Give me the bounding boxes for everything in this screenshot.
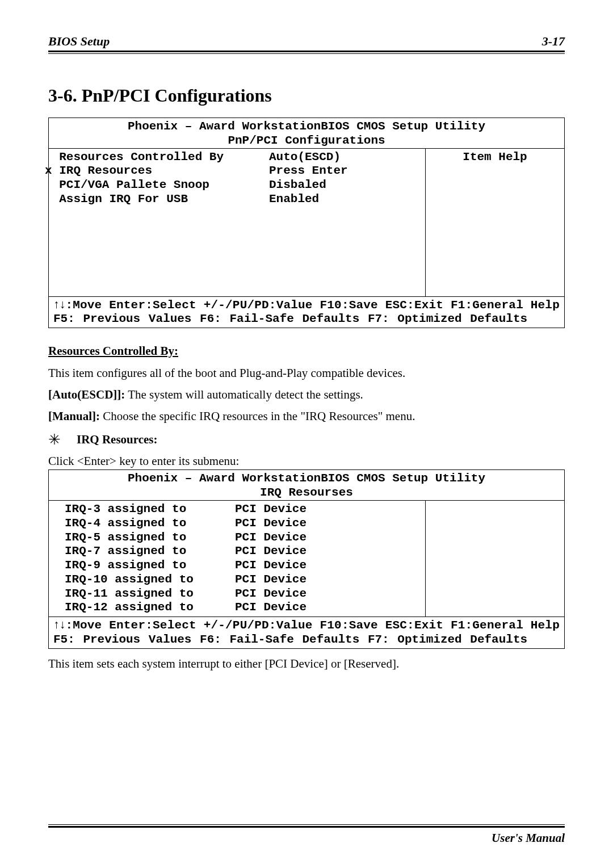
irq-value: PCI Device	[235, 559, 425, 573]
submenu-hint: Click <Enter> key to enter its submenu:	[48, 454, 565, 468]
bios-subtitle: PnP/PCI Configurations	[49, 134, 564, 148]
irq-value: PCI Device	[235, 601, 425, 615]
irq-row: IRQ-10 assigned toPCI Device	[53, 573, 425, 587]
section-title: 3-6. PnP/PCI Configurations	[48, 85, 565, 106]
irq-value: PCI Device	[235, 544, 425, 559]
footer-rule	[48, 824, 565, 828]
setting-value: Auto(ESCD)	[269, 150, 425, 165]
irq-label: IRQ-12 assigned to	[53, 601, 235, 615]
page-header: BIOS Setup 3-17	[48, 34, 565, 49]
bios2-main-panel: IRQ-3 assigned toPCI DeviceIRQ-4 assigne…	[49, 501, 425, 617]
irq-row: IRQ-4 assigned toPCI Device	[53, 517, 425, 531]
setting-label: PCI/VGA Pallete Snoop	[45, 178, 269, 192]
bios-footer-nav: ↑↓:Move Enter:Select +/-/PU/PD:Value F10…	[49, 296, 564, 313]
up-arrow-icon: ↑	[53, 297, 60, 311]
footer2-nav-text: :Move Enter:Select +/-/PU/PD:Value F10:S…	[65, 619, 560, 632]
footer-text: User's Manual	[48, 831, 565, 845]
irq-resources-row: ✳ IRQ Resources:	[48, 431, 565, 448]
setting-value: Press Enter	[269, 164, 425, 178]
bios2-footer-nav: ↑↓:Move Enter:Select +/-/PU/PD:Value F10…	[49, 617, 564, 633]
bios-setting-row: x IRQ ResourcesPress Enter	[45, 164, 425, 178]
header-left: BIOS Setup	[48, 34, 110, 49]
desc-text-intro: This item configures all of the boot and…	[48, 366, 565, 380]
irq-row: IRQ-5 assigned toPCI Device	[53, 531, 425, 545]
setting-value: Disbaled	[269, 178, 425, 192]
irq-value: PCI Device	[235, 531, 425, 545]
bios-side-panel: Item Help	[425, 149, 564, 296]
header-rule	[48, 51, 565, 54]
item-help-title: Item Help	[463, 150, 527, 163]
irq-row: IRQ-9 assigned toPCI Device	[53, 559, 425, 573]
irq-label: IRQ-11 assigned to	[53, 587, 235, 601]
bios-box-irq: Phoenix – Award WorkstationBIOS CMOS Set…	[48, 469, 565, 648]
irq-label: IRQ-4 assigned to	[53, 517, 235, 531]
desc-heading-resources: Resources Controlled By:	[48, 344, 565, 358]
bios-main-panel: Resources Controlled ByAuto(ESCD)x IRQ R…	[49, 149, 425, 296]
irq-resources-label: IRQ Resources:	[77, 433, 158, 447]
header-right: 3-17	[542, 34, 565, 49]
irq-label: IRQ-9 assigned to	[53, 559, 235, 573]
bios-footer-fkeys: F5: Previous Values F6: Fail-Safe Defaul…	[49, 312, 564, 328]
setting-label: Resources Controlled By	[45, 150, 269, 165]
irq-label: IRQ-7 assigned to	[53, 544, 235, 559]
irq-row: IRQ-11 assigned toPCI Device	[53, 587, 425, 601]
irq-value: PCI Device	[235, 587, 425, 601]
bios2-subtitle: IRQ Resourses	[49, 486, 564, 500]
down-arrow-icon: ↓	[60, 297, 66, 311]
setting-label: Assign IRQ For USB	[45, 192, 269, 207]
bios-setting-row: PCI/VGA Pallete SnoopDisbaled	[45, 178, 425, 192]
irq-value: PCI Device	[235, 502, 425, 517]
opt-auto-label: [Auto(ESCD]]:	[48, 388, 125, 401]
irq-label: IRQ-5 assigned to	[53, 531, 235, 545]
footer-nav-text: :Move Enter:Select +/-/PU/PD:Value F10:S…	[65, 299, 560, 312]
opt-manual-text: Choose the specific IRQ resources in the…	[100, 409, 415, 423]
irq-row: IRQ-12 assigned toPCI Device	[53, 601, 425, 615]
bios-setting-row: Resources Controlled ByAuto(ESCD)	[45, 150, 425, 165]
setting-value: Enabled	[269, 192, 425, 207]
irq-row: IRQ-7 assigned toPCI Device	[53, 544, 425, 559]
page-footer: User's Manual	[48, 824, 565, 845]
desc-option-auto: [Auto(ESCD]]: The system will automatica…	[48, 388, 565, 401]
irq-value: PCI Device	[235, 517, 425, 531]
opt-manual-label: [Manual]:	[48, 409, 100, 423]
bios-body: Resources Controlled ByAuto(ESCD)x IRQ R…	[49, 148, 564, 296]
bios2-body: IRQ-3 assigned toPCI DeviceIRQ-4 assigne…	[49, 500, 564, 617]
bios2-footer-fkeys: F5: Previous Values F6: Fail-Safe Defaul…	[49, 633, 564, 648]
irq-value: PCI Device	[235, 573, 425, 587]
description-block: Resources Controlled By: This item confi…	[48, 344, 565, 468]
setting-label: x IRQ Resources	[45, 164, 269, 178]
bios-box-pnp: Phoenix – Award WorkstationBIOS CMOS Set…	[48, 118, 565, 328]
irq-label: IRQ-3 assigned to	[53, 502, 235, 517]
bios-setting-row: Assign IRQ For USBEnabled	[45, 192, 425, 207]
star-icon: ✳	[48, 431, 77, 448]
irq-row: IRQ-3 assigned toPCI Device	[53, 502, 425, 517]
final-description: This item sets each system interrupt to …	[48, 657, 565, 671]
bios2-title: Phoenix – Award WorkstationBIOS CMOS Set…	[49, 470, 564, 486]
desc-option-manual: [Manual]: Choose the specific IRQ resour…	[48, 409, 565, 423]
down-arrow-icon: ↓	[60, 618, 66, 631]
bios2-side-panel	[425, 501, 564, 617]
irq-label: IRQ-10 assigned to	[53, 573, 235, 587]
bios-title: Phoenix – Award WorkstationBIOS CMOS Set…	[49, 118, 564, 134]
up-arrow-icon: ↑	[53, 618, 60, 631]
opt-auto-text: The system will automatically detect the…	[125, 388, 363, 401]
